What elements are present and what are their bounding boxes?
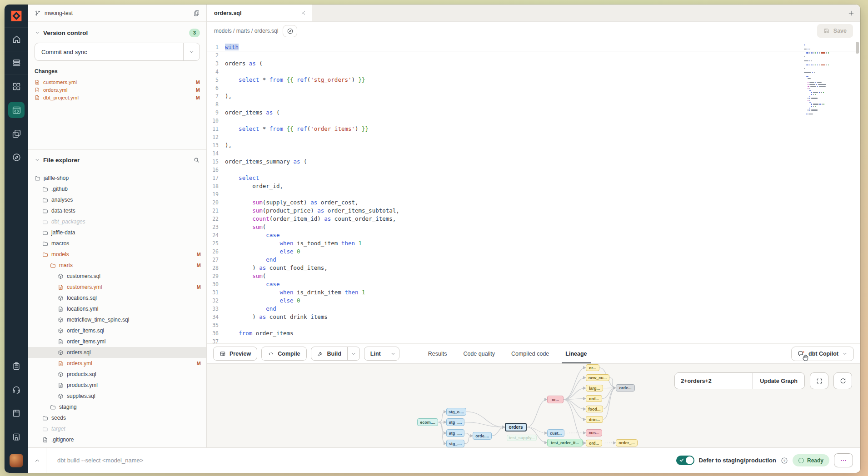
tree-item-customers.sql[interactable]: customers.sql [28, 271, 206, 282]
code-line-12[interactable]: 12 [207, 133, 860, 141]
tree-item-analyses[interactable]: analyses [28, 194, 206, 205]
tree-item-marts[interactable]: martsM [28, 260, 206, 271]
more-options-button[interactable] [834, 453, 853, 467]
update-graph-button[interactable]: Update Graph [753, 373, 804, 389]
fullscreen-button[interactable] [810, 372, 828, 389]
code-line-1[interactable]: 1with [207, 43, 860, 51]
tree-item-locations.sql[interactable]: locations.sql [28, 293, 206, 303]
lineage-node-ecom[interactable]: ecom.... [417, 418, 438, 426]
lint-button[interactable]: Lint [364, 347, 399, 361]
code-line-18[interactable]: 18 order_id, [207, 182, 860, 190]
code-line-16[interactable]: 16 [207, 166, 860, 174]
rail-button-stack[interactable] [5, 51, 28, 74]
rail-button-clipboard[interactable] [5, 354, 28, 378]
changed-file-customers.yml[interactable]: customers.ymlM [35, 78, 200, 86]
lineage-node-stg3[interactable]: stg_.... [446, 429, 464, 437]
lineage-node-cust[interactable]: cust... [547, 429, 564, 437]
lineage-node-stg1[interactable]: stg_o.... [446, 408, 466, 416]
lineage-node-y1[interactable]: or... [586, 364, 599, 371]
code-line-25[interactable]: 25 when is_food_item then 1 [207, 239, 860, 248]
lineage-node-y7[interactable]: ord... [586, 440, 602, 446]
tab-results[interactable]: Results [428, 344, 447, 363]
code-line-29[interactable]: 29 sum( [207, 272, 860, 280]
tree-item-target[interactable]: target [28, 423, 206, 434]
lineage-node-cus2[interactable]: cus... [586, 429, 602, 436]
dbt-logo[interactable] [5, 5, 28, 27]
tree-item-jaffle-shop[interactable]: jaffle-shop [28, 173, 206, 183]
tree-item-customers.yml[interactable]: customers.ymlM [28, 282, 206, 293]
code-line-22[interactable]: 22 count(order_item_id) as count_order_i… [207, 215, 860, 223]
tab-lineage[interactable]: Lineage [565, 344, 587, 363]
rail-button-headset[interactable] [5, 378, 28, 402]
lineage-node-y6[interactable]: drin... [586, 416, 603, 423]
code-line-33[interactable]: 33 end [207, 305, 860, 313]
rail-button-grid[interactable] [5, 74, 28, 98]
minimap[interactable] [804, 44, 834, 117]
lineage-node-orders[interactable]: orders [505, 423, 527, 431]
code-line-30[interactable]: 30 case [207, 280, 860, 288]
code-line-11[interactable]: 11 select * from {{ ref('order_items') }… [207, 125, 860, 133]
tree-item-jaffle-data[interactable]: jaffle-data [28, 227, 206, 238]
tree-item-orders.sql[interactable]: orders.sql [28, 347, 206, 358]
tree-item-order_items.yml[interactable]: order_items.yml [28, 336, 206, 347]
command-input[interactable]: dbt build --select <model_name> [57, 457, 676, 464]
code-line-6[interactable]: 6 [207, 84, 860, 92]
tree-item-dbt_packages[interactable]: dbt_packages [28, 216, 206, 227]
code-line-36[interactable]: 36 from order_items [207, 329, 860, 337]
search-icon[interactable] [193, 157, 200, 164]
tree-item-seeds[interactable]: seeds [28, 412, 206, 423]
code-line-17[interactable]: 17 select [207, 174, 860, 182]
rail-button-notebook[interactable] [5, 402, 28, 425]
code-line-21[interactable]: 21 sum(product_price) as order_items_sub… [207, 207, 860, 215]
editor-scrollbar[interactable] [856, 42, 859, 54]
build-button[interactable]: Build [311, 347, 360, 361]
tree-item-locations.yml[interactable]: locations.yml [28, 303, 206, 314]
code-line-8[interactable]: 8 [207, 100, 860, 109]
chevron-down-icon[interactable] [35, 157, 40, 163]
tree-item-products.sql[interactable]: products.sql [28, 369, 206, 380]
dbt-copilot-button[interactable]: dbt Copilot [791, 347, 854, 361]
help-icon[interactable]: ? [781, 457, 788, 464]
lineage-selector-input[interactable]: 2+orders+2 [675, 373, 753, 389]
code-line-15[interactable]: 15order_items_summary as ( [207, 158, 860, 166]
lineage-node-y5[interactable]: food... [586, 406, 603, 412]
tree-item-supplies.sql[interactable]: supplies.sql [28, 391, 206, 402]
code-line-20[interactable]: 20 sum(supply_cost) as order_cost, [207, 198, 860, 207]
copy-icon[interactable] [193, 10, 200, 16]
code-line-23[interactable]: 23 sum( [207, 223, 860, 231]
tree-item-orders.yml[interactable]: orders.ymlM [28, 358, 206, 369]
defer-toggle[interactable] [676, 456, 694, 465]
new-tab-button[interactable] [842, 5, 860, 21]
lineage-node-ordeb[interactable]: orde.... [473, 432, 492, 440]
tree-item-products.yml[interactable]: products.yml [28, 380, 206, 391]
lineage-node-y4[interactable]: ord... [586, 395, 602, 402]
lineage-node-torder[interactable]: test_order_it... [547, 439, 583, 446]
code-line-32[interactable]: 32 else 0 [207, 297, 860, 305]
code-line-19[interactable]: 19 [207, 190, 860, 198]
code-line-7[interactable]: 7), [207, 92, 860, 100]
rail-button-home[interactable] [5, 27, 28, 51]
code-line-9[interactable]: 9order_items as ( [207, 109, 860, 117]
tree-item-data-tests[interactable]: data-tests [28, 205, 206, 216]
rail-button-building[interactable] [5, 425, 28, 449]
lineage-node-y2[interactable]: new_cu... [586, 374, 609, 381]
code-line-4[interactable]: 4 [207, 68, 860, 76]
close-icon[interactable] [300, 10, 306, 16]
lint-options-chevron[interactable] [387, 347, 399, 360]
code-line-31[interactable]: 31 when is_drink_item then 1 [207, 288, 860, 297]
tree-item-metricflow_time_spine.sql[interactable]: metricflow_time_spine.sql [28, 314, 206, 325]
refresh-button[interactable] [833, 372, 852, 389]
code-line-34[interactable]: 34 ) as count_drink_items [207, 313, 860, 321]
code-line-14[interactable]: 14 [207, 149, 860, 158]
preview-button[interactable]: Preview [213, 347, 257, 361]
compile-button[interactable]: Compile [261, 347, 306, 361]
code-editor[interactable]: 1with23orders as (45 select * from {{ re… [207, 40, 860, 343]
expand-command-bar-button[interactable] [28, 448, 46, 473]
open-in-explore-button[interactable] [283, 25, 297, 37]
tree-item-macros[interactable]: macros [28, 238, 206, 249]
code-line-37[interactable]: 37 [207, 337, 860, 343]
tree-item-order_items.sql[interactable]: order_items.sql [28, 325, 206, 336]
lineage-node-y8[interactable]: order_... [616, 439, 638, 446]
code-line-26[interactable]: 26 else 0 [207, 248, 860, 256]
code-line-10[interactable]: 10 [207, 117, 860, 125]
